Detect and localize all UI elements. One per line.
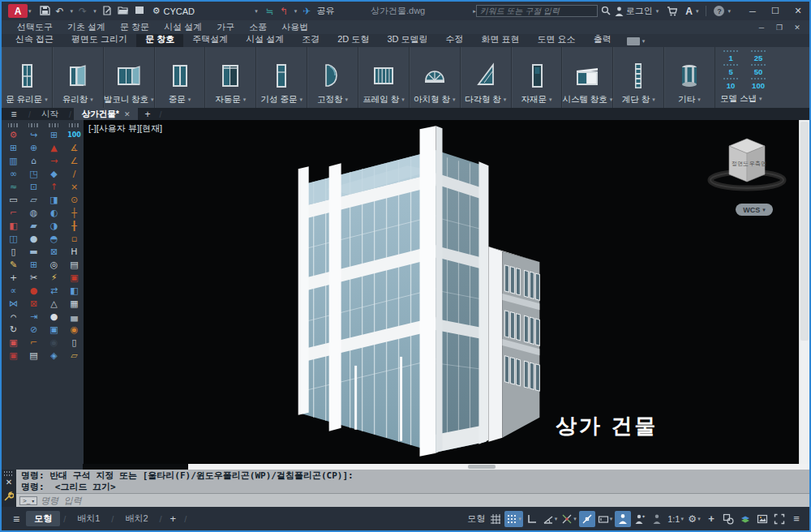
ruler-tool-icon[interactable]: ▤ (67, 259, 83, 272)
ribbon-panel-label[interactable]: 아치형 창▾ (414, 94, 455, 105)
linear-dim-icon[interactable]: H (67, 246, 83, 259)
app-a-menu-icon[interactable]: A▾ (685, 6, 698, 17)
ribbon-tab[interactable]: 문 창호 (136, 32, 183, 47)
polar-tracking-icon[interactable]: ▾ (541, 511, 560, 527)
pyramid-tool-icon[interactable]: △ (46, 298, 62, 311)
erase-tool-icon[interactable]: ✎ (6, 259, 22, 272)
half-shade-icon[interactable]: ◨ (46, 194, 62, 207)
ribbon-panel-autodoor[interactable]: 자동문▾ (205, 47, 256, 108)
clean-screen-icon[interactable] (771, 511, 787, 527)
snap-100-icon[interactable]: 100 (67, 129, 83, 142)
graphics-performance-icon[interactable] (737, 511, 753, 527)
drawing-viewport[interactable]: [-][사용자 뷰][현재] (84, 120, 799, 464)
trim-tool-icon[interactable]: ✂ (26, 272, 42, 285)
model-space-button[interactable]: 모형 (466, 511, 487, 527)
menu-item[interactable]: 가구 (209, 21, 242, 33)
grid-display-icon[interactable] (487, 511, 504, 527)
push-right-icon[interactable]: → (46, 155, 62, 168)
ribbon-panel-slider[interactable]: 시스템 창호▾ (562, 47, 613, 108)
angle-dim-icon[interactable]: ∠ (67, 155, 83, 168)
new-tab-button[interactable]: + (138, 109, 157, 120)
ribbon-panel-label[interactable]: 발코니 창호▾ (104, 94, 154, 105)
snap-mode-icon[interactable]: ▾ (504, 511, 523, 527)
menu-item[interactable]: 시설 설계 (157, 21, 209, 33)
ortho-mode-icon[interactable] (524, 511, 540, 527)
ribbon-tab[interactable]: 화면 표현 (473, 32, 529, 47)
model-snap-panel[interactable]: 12555010100모델 스냅▾ (715, 47, 809, 108)
polyline-red-icon[interactable]: ↰ (280, 6, 288, 16)
ribbon-tab[interactable]: 2D 도형 (328, 32, 378, 47)
ribbon-panel-casement[interactable]: 유리창▾ (53, 47, 104, 108)
new-layout-button[interactable]: + (165, 513, 182, 525)
ribbon-panel-narrow[interactable]: 자재문▾ (512, 47, 563, 108)
lens-top-icon[interactable]: ◓ (46, 233, 62, 246)
ribbon-panel-label[interactable]: 시스템 창호▾ (562, 94, 612, 105)
ribbon-panel-label[interactable]: 프레임 창▾ (363, 94, 404, 105)
measure-icon[interactable]: ≒ (266, 6, 274, 16)
ribbon-panel-label[interactable]: 자동문▾ (215, 94, 246, 105)
menu-item[interactable]: 선택도구 (10, 21, 60, 33)
design-settings-icon[interactable]: ⚙ (6, 129, 22, 142)
doc-minimize-button[interactable]: ─ (753, 21, 770, 33)
cross-snap-icon[interactable]: × (67, 181, 83, 194)
lens-right-icon[interactable]: ◑ (46, 220, 62, 233)
command-input[interactable] (41, 496, 809, 506)
toolbar-drag-handle[interactable] (49, 123, 60, 127)
annotation-scale-value[interactable]: 1:1▾ (666, 511, 685, 527)
mirror-tool-icon[interactable]: ⋈ (6, 298, 22, 311)
snap-value-button[interactable]: 10 (720, 78, 741, 92)
viewcube[interactable]: 정면도 우측면 (705, 128, 794, 209)
slope-dim-icon[interactable]: ∕ (67, 168, 83, 181)
camera-orange-icon[interactable]: ◉ (67, 324, 83, 337)
window-grid-icon[interactable]: ⊞ (6, 142, 22, 155)
camera-tool-icon[interactable]: ◉ (46, 337, 62, 350)
ribbon-tab[interactable]: 출력 (585, 32, 620, 47)
search-icon[interactable] (601, 6, 611, 17)
polyline-caret-icon[interactable]: ▾ (294, 8, 298, 15)
sphere-tool-icon[interactable]: ● (26, 233, 42, 246)
layout-menu-icon[interactable]: ≡ (6, 513, 26, 526)
redo-caret-icon[interactable]: ▾ (93, 8, 97, 15)
ribbon-tab[interactable]: 평면도 그리기 (62, 32, 136, 47)
ribbon-panel-label[interactable]: 기성 중문▾ (261, 94, 303, 105)
angle-measure-icon[interactable]: ∡ (67, 142, 83, 155)
snap-value-button[interactable]: 100 (746, 78, 770, 92)
viewport-tool-icon[interactable]: ⊞ (46, 129, 62, 142)
ribbon-panel-double[interactable]: 중문▾ (155, 47, 206, 108)
snap-value-button[interactable]: 25 (746, 50, 770, 64)
node-link-icon[interactable]: ∞ (6, 168, 22, 181)
ribbon-tab[interactable]: 수정 (437, 32, 473, 47)
polygon-tool-icon[interactable]: ⌂ (26, 155, 42, 168)
door-tool-icon[interactable]: ◧ (6, 220, 22, 233)
ribbon-panel-label[interactable]: 문 유리문▾ (6, 94, 47, 105)
horizontal-scrollbar-thumb[interactable] (468, 465, 496, 469)
share-plane-icon[interactable]: ✈ (303, 6, 311, 16)
ribbon-tab[interactable]: 주택설계 (183, 32, 237, 47)
key-tool-icon[interactable]: ⌐ (26, 337, 42, 350)
workspace-selector[interactable]: ⚙ CYCAD ▾ (152, 6, 258, 16)
ribbon-tab[interactable]: 도면 요소 (529, 32, 585, 47)
ribbon-tab[interactable]: 시설 설계 (237, 32, 293, 47)
solid-slab-icon[interactable]: ▰ (26, 220, 42, 233)
snap-value-button[interactable]: 5 (720, 64, 741, 78)
region-tool-icon[interactable]: ⊞ (26, 259, 42, 272)
document-tab[interactable]: 상가건물*✕ (74, 108, 139, 120)
swap-view-icon[interactable]: ⇄ (46, 285, 62, 298)
horizontal-scrollbar[interactable] (188, 464, 799, 470)
model-snap-label[interactable]: 모델 스냅▾ (720, 93, 762, 105)
ribbon-panel-arch[interactable]: 아치형 창▾ (410, 47, 461, 108)
layout-tab[interactable]: 모형 (26, 511, 60, 526)
toolbar-drag-handle[interactable] (69, 123, 80, 127)
ribbon-panel-balcony[interactable]: 발코니 창호▾ (104, 47, 155, 108)
explode-tool-icon[interactable]: ● (26, 285, 42, 298)
minimize-button[interactable]: ─ (741, 2, 764, 19)
help-search-input[interactable] (476, 5, 598, 17)
toolbar-drag-handle[interactable] (8, 123, 19, 127)
menu-item[interactable]: 소품 (242, 21, 274, 33)
red-window-icon[interactable]: ▣ (67, 272, 83, 285)
snap-value-button[interactable]: 50 (746, 64, 770, 78)
solid-blend-icon[interactable]: ◍ (26, 207, 42, 220)
ribbon-tab[interactable]: 3D 모델링 (378, 32, 436, 47)
move-tool-icon[interactable]: + (6, 272, 22, 285)
command-history[interactable]: 명령: 반대 구석 지정 또는 [울타리(F)/윈도우폴리곤(WP)/걸침폴리곤… (16, 470, 809, 493)
